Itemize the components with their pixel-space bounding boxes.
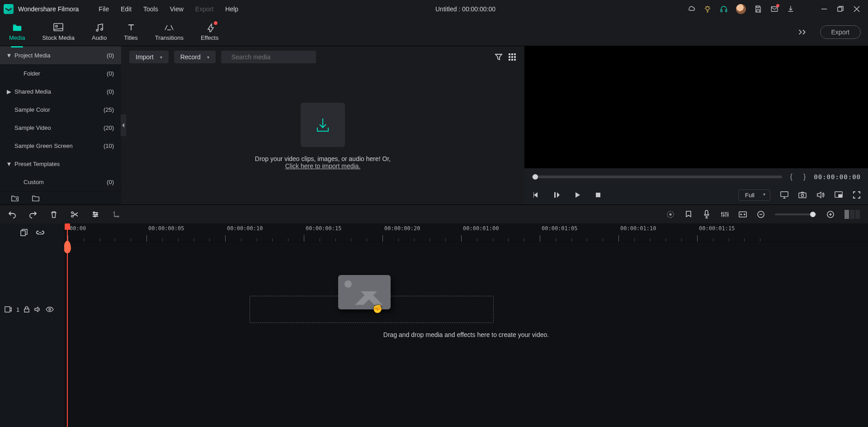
duplicate-icon[interactable] xyxy=(20,228,28,237)
adjust-icon[interactable] xyxy=(91,210,99,218)
tab-label: Stock Media xyxy=(42,34,75,41)
sidebar-item[interactable]: ▶Shared Media(0) xyxy=(0,82,121,100)
svg-rect-2 xyxy=(726,10,727,12)
render-icon[interactable] xyxy=(666,210,675,218)
save-icon[interactable] xyxy=(754,5,762,13)
sidebar-item[interactable]: ▼Project Media(0) xyxy=(0,46,121,64)
mark-out-icon[interactable]: } xyxy=(801,173,808,181)
image-icon xyxy=(53,23,63,33)
svg-point-26 xyxy=(71,212,73,214)
preview-scrubber[interactable] xyxy=(532,176,782,178)
quality-dropdown[interactable]: Full xyxy=(738,190,770,201)
timeline-body[interactable]: 00:0000:00:00:0500:00:00:1000:00:00:1500… xyxy=(64,223,868,427)
tracks-area[interactable]: ✊ Drag and drop media and effects here t… xyxy=(64,242,868,427)
media-panel: Import▾ Record▾ Drop your video clips, i… xyxy=(121,46,524,204)
import-link[interactable]: Click here to import media. xyxy=(285,162,361,170)
sidebar-item-label: Custom xyxy=(14,179,107,185)
grab-cursor-icon: ✊ xyxy=(373,304,382,314)
menu-edit[interactable]: Edit xyxy=(115,4,137,14)
import-dropdown[interactable]: Import▾ xyxy=(129,51,169,63)
timeline-ruler[interactable]: 00:0000:00:00:0500:00:00:1000:00:00:1500… xyxy=(64,223,868,242)
redo-icon[interactable] xyxy=(29,210,37,218)
sidebar-item[interactable]: Sample Video(20) xyxy=(0,119,121,137)
zoom-slider[interactable] xyxy=(775,214,816,215)
visibility-icon[interactable] xyxy=(46,307,54,312)
svg-rect-37 xyxy=(21,231,25,236)
display-icon[interactable] xyxy=(780,191,788,199)
lightbulb-icon[interactable] xyxy=(703,5,712,13)
download-icon[interactable] xyxy=(787,5,795,13)
snapshot-icon[interactable] xyxy=(798,191,807,199)
zoom-thumb[interactable] xyxy=(810,212,816,217)
crop-icon[interactable] xyxy=(112,210,120,218)
minimize-icon[interactable] xyxy=(820,5,828,13)
track-header-column: 1 xyxy=(0,223,64,427)
menu-file[interactable]: File xyxy=(93,4,114,14)
tab-transitions[interactable]: Transitions xyxy=(153,20,185,44)
sidebar-item[interactable]: ▼Preset Templates xyxy=(0,155,121,173)
app-name: Wondershare Filmora xyxy=(18,5,79,13)
zoom-in-icon[interactable] xyxy=(826,210,835,218)
mark-in-icon[interactable]: { xyxy=(788,173,795,181)
menu-export: Export xyxy=(190,4,219,14)
lock-icon[interactable] xyxy=(24,306,29,313)
zoom-out-icon[interactable] xyxy=(757,210,765,218)
search-input[interactable] xyxy=(231,53,311,61)
grid-view-icon[interactable] xyxy=(508,53,516,61)
more-tabs-icon[interactable] xyxy=(798,28,807,36)
media-toolbar: Import▾ Record▾ xyxy=(121,46,524,68)
cloud-icon[interactable] xyxy=(687,5,695,13)
volume-icon[interactable] xyxy=(816,191,825,199)
split-icon[interactable] xyxy=(71,210,79,218)
zoom-preset[interactable] xyxy=(844,210,860,219)
sidebar-item[interactable]: Sample Color(25) xyxy=(0,100,121,119)
close-icon[interactable] xyxy=(853,5,861,13)
tab-titles[interactable]: Titles xyxy=(122,20,140,44)
collapse-sidebar-handle[interactable] xyxy=(121,114,126,136)
record-dropdown[interactable]: Record▾ xyxy=(174,51,216,63)
sidebar-item[interactable]: Sample Green Screen(10) xyxy=(0,137,121,155)
prev-frame-icon[interactable] xyxy=(532,191,540,199)
timeline-toolbar xyxy=(0,204,868,223)
message-icon[interactable] xyxy=(770,5,778,13)
tab-audio[interactable]: Audio xyxy=(90,20,108,44)
export-button[interactable]: Export xyxy=(820,25,861,39)
fullscreen-icon[interactable] xyxy=(853,191,861,199)
menu-tools[interactable]: Tools xyxy=(138,4,164,14)
stop-icon[interactable] xyxy=(594,191,602,199)
delete-icon[interactable] xyxy=(50,210,58,218)
sidebar-item-label: Sample Video xyxy=(14,124,104,131)
pip-icon[interactable] xyxy=(835,191,843,199)
import-tile[interactable] xyxy=(301,103,345,147)
sidebar-item[interactable]: Custom(0) xyxy=(0,173,121,191)
sidebar-item[interactable]: Folder(0) xyxy=(0,64,121,82)
media-drop-area[interactable]: Drop your video clips, images, or audio … xyxy=(121,68,524,204)
folder-icon[interactable] xyxy=(32,194,40,202)
sidebar-footer xyxy=(0,191,121,204)
app-logo-icon xyxy=(4,4,14,14)
mute-icon[interactable] xyxy=(34,306,41,313)
audio-mixer-icon[interactable] xyxy=(721,210,729,218)
play-pause-icon[interactable] xyxy=(552,191,561,199)
tab-stock-media[interactable]: Stock Media xyxy=(40,20,76,44)
user-avatar[interactable] xyxy=(736,4,746,14)
marker-icon[interactable] xyxy=(684,210,693,218)
scrubber-thumb[interactable] xyxy=(533,174,538,180)
fit-icon[interactable] xyxy=(739,210,747,218)
voiceover-icon[interactable] xyxy=(703,210,711,218)
maximize-icon[interactable] xyxy=(836,5,844,13)
sidebar-item-label: Preset Templates xyxy=(14,161,114,167)
play-icon[interactable] xyxy=(573,191,581,199)
tab-media[interactable]: Media xyxy=(7,20,27,44)
filter-icon[interactable] xyxy=(495,53,503,61)
menu-help[interactable]: Help xyxy=(220,4,244,14)
tab-effects[interactable]: Effects xyxy=(199,20,221,44)
playhead[interactable] xyxy=(67,223,68,427)
effects-icon xyxy=(205,23,215,33)
new-folder-icon[interactable] xyxy=(11,194,19,202)
headphones-icon[interactable] xyxy=(720,5,728,13)
menu-view[interactable]: View xyxy=(165,4,189,14)
undo-icon[interactable] xyxy=(8,210,16,218)
link-icon[interactable] xyxy=(36,228,44,237)
chevron-down-icon: ▾ xyxy=(207,55,209,60)
